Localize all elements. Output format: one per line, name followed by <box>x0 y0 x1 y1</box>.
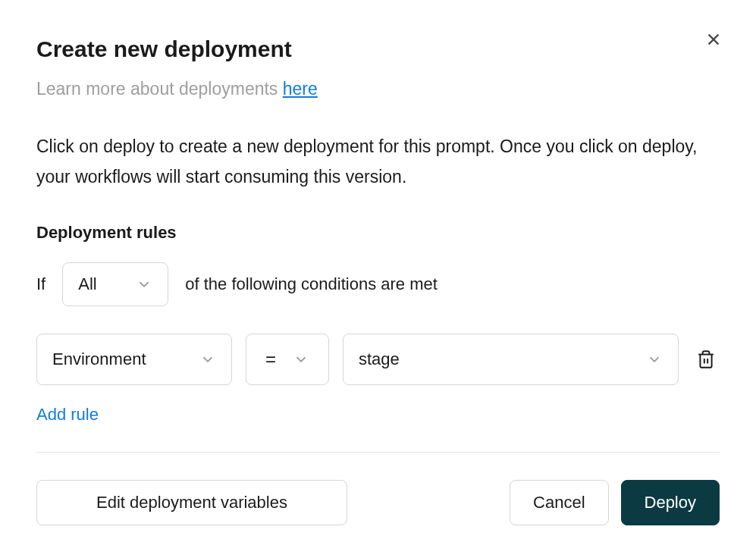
of-label: of the following conditions are met <box>185 274 438 294</box>
modal-footer: Edit deployment variables Cancel Deploy <box>36 480 720 525</box>
trash-icon <box>696 349 716 370</box>
deploy-button[interactable]: Deploy <box>621 480 720 525</box>
create-deployment-modal: Create new deployment Learn more about d… <box>0 0 756 558</box>
modal-subtitle: Learn more about deployments here <box>36 79 720 99</box>
rule-field-select[interactable]: Environment <box>36 334 232 385</box>
divider <box>36 452 720 453</box>
close-icon <box>705 31 722 48</box>
if-label: If <box>36 274 45 294</box>
match-mode-select[interactable]: All <box>62 262 168 306</box>
close-button[interactable] <box>701 27 726 52</box>
rule-field-value: Environment <box>52 350 190 369</box>
modal-title: Create new deployment <box>36 36 720 62</box>
edit-variables-button[interactable]: Edit deployment variables <box>36 480 347 525</box>
match-mode-value: All <box>78 274 127 294</box>
rule-value-select[interactable]: stage <box>343 334 679 385</box>
cancel-button[interactable]: Cancel <box>510 480 608 525</box>
chevron-down-icon <box>199 351 216 368</box>
rules-heading: Deployment rules <box>36 223 720 243</box>
rule-value-text: stage <box>359 350 637 369</box>
rule-row: Environment = stage <box>36 334 720 385</box>
chevron-down-icon <box>646 351 663 368</box>
rule-operator-select[interactable]: = <box>246 334 329 385</box>
add-rule-button[interactable]: Add rule <box>36 405 99 425</box>
learn-more-link[interactable]: here <box>283 79 318 99</box>
chevron-down-icon <box>136 276 152 293</box>
subtitle-text: Learn more about deployments <box>36 79 283 99</box>
footer-actions: Cancel Deploy <box>510 480 720 525</box>
rule-operator-value: = <box>265 349 276 370</box>
modal-description: Click on deploy to create a new deployme… <box>36 131 720 193</box>
chevron-down-icon <box>293 351 309 368</box>
rule-match-row: If All of the following conditions are m… <box>36 262 720 306</box>
delete-rule-button[interactable] <box>692 346 720 373</box>
